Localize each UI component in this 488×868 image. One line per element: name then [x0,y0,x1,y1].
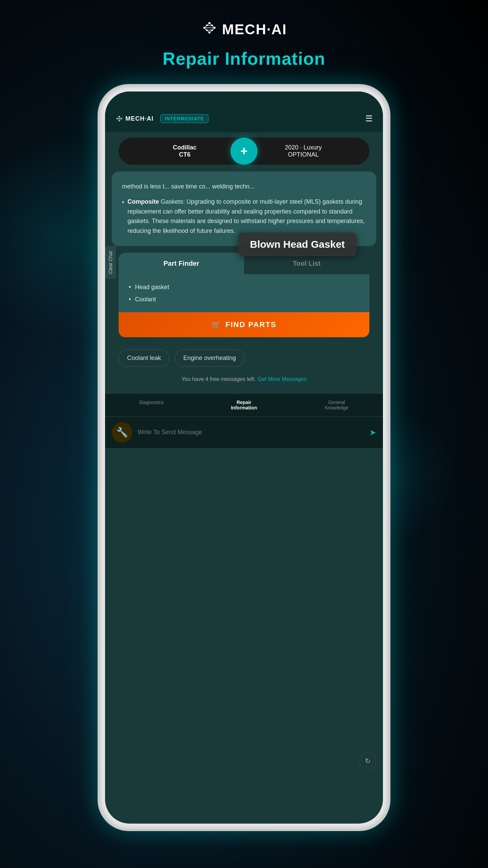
suggestion-chips: Coolant leak Engine overheating [112,344,376,372]
bullet-2: • [129,293,131,305]
phone-frame: MECH·AI INTERMEDIATE ☰ Codillac CT6 + [98,85,390,830]
svg-line-25 [119,119,122,121]
phone-inner: MECH·AI INTERMEDIATE ☰ Codillac CT6 + [105,92,383,824]
bold-composite: Composite [127,198,159,205]
send-button[interactable]: ➤ [369,428,376,437]
plus-icon: + [240,144,247,158]
app-logo-text: MECH·AI [222,21,287,38]
parts-list: • Head gasket • Coolant [119,274,369,312]
cart-icon: 🛒 [211,320,221,329]
vehicle-model: CT6 [125,151,244,158]
svg-line-15 [204,28,207,30]
svg-line-8 [204,25,207,28]
nav-logo: MECH·AI [115,115,154,122]
logo-container: MECH·AI [201,20,287,38]
bullet-dot: • [122,198,124,236]
svg-line-10 [209,23,212,25]
svg-line-9 [207,23,209,25]
svg-line-14 [207,30,209,33]
scrollable-content: Clear Chat Blown Head Gasket method is l… [105,171,383,824]
nav-repair-information[interactable]: RepairInformation [198,393,290,417]
svg-line-11 [212,25,215,28]
message-count-text: You have 4 free messages left. [181,376,256,382]
vehicle-year: 2020 · Luxury [244,144,363,151]
vehicle-right: 2020 · Luxury OPTIONAL [244,144,363,158]
nav-diagnostics[interactable]: Diagnostics [105,393,198,417]
bullet-content: Composite Gaskets: Upgrading to composit… [127,197,366,236]
chat-area: method is less t... save time co... weld… [105,171,383,393]
clear-chat-button[interactable]: Clear Chat [105,246,116,279]
get-more-messages-link[interactable]: Get More Messages [258,376,307,382]
tab-part-finder[interactable]: Part Finder [119,253,244,274]
find-parts-label: FIND PARTS [225,320,276,329]
page-title: Repair Information [163,48,325,69]
bottom-nav: Diagnostics RepairInformation GeneralKno… [105,393,383,417]
nav-badge: INTERMEDIATE [160,114,208,123]
app-nav: MECH·AI INTERMEDIATE ☰ [105,105,383,132]
bullet-1: • [129,281,131,293]
vehicle-trim: OPTIONAL [244,151,363,158]
chip-coolant-leak[interactable]: Coolant leak [119,349,169,367]
vehicle-left: Codillac CT6 [125,144,244,158]
message-count-bar: You have 4 free messages left. Get More … [112,372,376,386]
part-finder-card: Part Finder Tool List • Head gasket • Co… [119,253,369,337]
app-header: MECH·AI Repair Information [0,0,488,89]
part-coolant: Coolant [135,293,156,305]
chip-engine-overheating[interactable]: Engine overheating [175,349,244,367]
svg-line-12 [212,28,215,30]
nav-general-knowledge[interactable]: GeneralKnowledge [290,393,383,417]
blown-head-gasket-tooltip: Blown Head Gasket [238,233,357,256]
gaskets-label: Gaskets: [159,198,185,205]
hamburger-menu[interactable]: ☰ [365,114,373,123]
input-bar: 🔧 ➤ [105,417,383,448]
logo-icon [201,20,218,38]
list-item: • Head gasket [129,281,359,293]
bullet-point: • Composite Gaskets: Upgrading to compos… [122,197,366,236]
vehicle-make: Codillac [125,144,244,151]
svg-line-26 [117,119,119,121]
status-bar [105,92,383,105]
list-item: • Coolant [129,293,359,305]
add-vehicle-button[interactable]: + [230,138,258,165]
svg-line-23 [117,116,119,119]
find-parts-button[interactable]: 🛒 FIND PARTS [119,312,369,337]
message-input[interactable] [138,429,364,436]
message-truncated: method is less t... save time co... weld… [122,182,366,191]
phone-content: MECH·AI INTERMEDIATE ☰ Codillac CT6 + [105,92,383,824]
obd-icon: 🔧 [112,422,132,443]
svg-line-24 [119,116,122,119]
part-head-gasket: Head gasket [135,281,169,293]
svg-line-13 [209,30,212,33]
vehicle-selector[interactable]: Codillac CT6 + 2020 · Luxury OPTIONAL [119,138,369,165]
refresh-button[interactable]: ↻ [359,752,376,769]
